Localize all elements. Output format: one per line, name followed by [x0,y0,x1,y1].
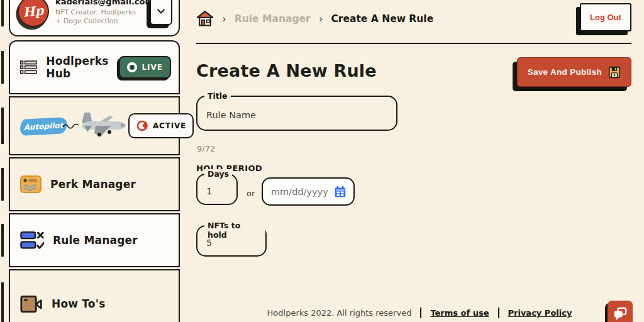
page-title: Create A New Rule [196,61,377,80]
profile-subtitle: NFT Creator, Hodlperks + Doge Collection [55,8,137,26]
record-icon [127,62,137,72]
sidebar-item-perk-manager[interactable]: Perk Manager [9,157,180,211]
sidebar-item-label: Perk Manager [50,178,136,191]
calendar-icon[interactable] [333,185,347,199]
sidebar: Hp kaderials@gmail.com NFT Creator, Hodl… [9,0,180,322]
date-input[interactable] [271,187,333,197]
active-badge-label: ACTIVE [153,121,186,130]
title-field-label: Title [204,91,231,101]
footer-divider [420,308,421,318]
autopilot-illustration: Autopilot [20,107,128,145]
breadcrumb-rule-manager[interactable]: Rule Manager [235,13,311,25]
live-badge-label: LIVE [142,63,163,72]
or-label: or [247,189,255,198]
autopilot-banner-label: Autopilot [24,121,64,131]
profile-card[interactable]: Hp kaderials@gmail.com NFT Creator, Hodl… [9,0,180,36]
sidebar-item-rule-manager[interactable]: Rule Manager [9,213,180,267]
days-input[interactable] [197,175,236,204]
sidebar-item-label: Hodlperks Hub [46,55,119,80]
save-button-label: Save And Publish [528,67,602,77]
sidebar-item-label: Rule Manager [53,234,138,247]
list-icon [20,58,37,77]
copyright-text: Hodlperks 2022. All rights reserved [267,308,412,318]
logout-button[interactable]: Log Out [580,3,631,31]
chevron-down-icon [156,6,166,16]
sidebar-item-label: How To's [52,297,105,310]
floppy-disk-icon [608,66,621,79]
header-divider [196,43,631,44]
avatar-initials: Hp [22,3,44,19]
live-status-badge: LIVE [119,56,171,79]
breadcrumb: › Rule Manager › Create A New Rule [196,6,433,31]
nfts-to-hold-field: NFTs to hold [196,225,267,257]
title-input[interactable] [197,97,396,130]
save-and-publish-button[interactable]: Save And Publish [517,57,631,87]
pie-status-icon [136,119,148,132]
chat-bubbles-icon [613,306,628,321]
profile-text: kaderials@gmail.com NFT Creator, Hodlper… [55,0,137,26]
days-field: Days [196,174,238,205]
sidebar-item-hodlperks-hub[interactable]: Hodlperks Hub LIVE [9,40,180,94]
breadcrumb-separator: › [318,13,324,25]
chat-widget-button[interactable] [608,301,633,322]
perk-card-icon [20,175,42,193]
nfts-field-label: NFTs to hold [204,221,265,240]
footer-divider [498,308,499,318]
breadcrumb-current-page: Create A New Rule [331,13,433,25]
breadcrumb-separator: › [221,13,227,25]
date-field[interactable] [262,177,355,206]
avatar: Hp [16,0,51,28]
profile-menu-button[interactable] [150,0,172,25]
main-area: › Rule Manager › Create A New Rule Log O… [195,0,644,322]
privacy-policy-link[interactable]: Privacy Policy [508,308,572,318]
active-status-badge: ACTIVE [128,113,194,138]
footer: Hodlperks 2022. All rights reserved Term… [195,308,644,318]
character-counter: 9/72 [197,144,215,153]
days-field-label: Days [204,169,232,179]
home-icon[interactable] [196,10,214,28]
autopilot-banner: Autopilot [20,117,67,136]
app-screen: Hp kaderials@gmail.com NFT Creator, Hodl… [0,0,644,322]
rules-check-icon [20,230,44,250]
sidebar-menu: Hodlperks Hub LIVE Autopilot [9,40,180,322]
profile-email: kaderials@gmail.com [55,0,137,6]
sidebar-item-how-tos[interactable]: How To's [9,269,180,322]
airplane-illustration [77,109,128,142]
terms-of-use-link[interactable]: Terms of use [430,308,489,318]
title-field: Title [196,96,397,131]
sidebar-item-autopilot[interactable]: Autopilot [9,96,180,155]
video-camera-icon [20,293,43,314]
